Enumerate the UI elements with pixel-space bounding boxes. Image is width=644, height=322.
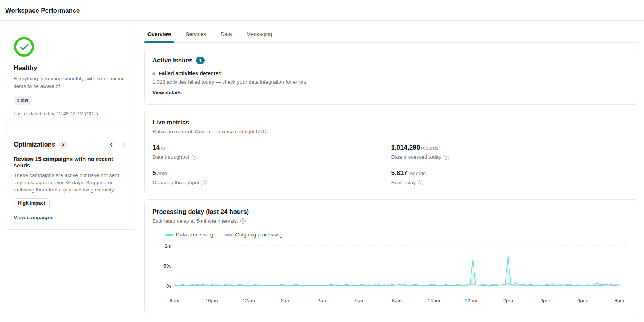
main-content: Overview Services Data Messaging Active … bbox=[144, 28, 638, 314]
metric-unit: records bbox=[421, 145, 438, 151]
svg-text:2m: 2m bbox=[165, 243, 171, 249]
metrics-grid: 14/s Data throughput 1,014,290records Da… bbox=[152, 144, 630, 185]
svg-text:2pm: 2pm bbox=[503, 298, 513, 303]
svg-text:8pm: 8pm bbox=[614, 298, 624, 303]
metric-unit: records bbox=[409, 171, 426, 176]
health-severity-badge: 1 low bbox=[14, 96, 31, 105]
tab-data[interactable]: Data bbox=[221, 28, 232, 42]
chevron-right-icon[interactable] bbox=[121, 141, 127, 148]
legend-item-data-processing[interactable]: Data processing bbox=[165, 232, 213, 238]
metric-value: 5 bbox=[152, 169, 156, 177]
health-status: Healthy bbox=[14, 64, 127, 72]
view-details-link[interactable]: View details bbox=[152, 90, 182, 96]
legend-swatch-cyan-icon bbox=[165, 234, 173, 236]
optimizations-card: Optimizations 3 Review 15 campaigns with… bbox=[6, 132, 135, 230]
page-layout: Healthy Everything is running smoothly, … bbox=[0, 21, 644, 314]
help-icon[interactable] bbox=[240, 218, 246, 224]
chart-legend: Data processing Outgoing processing bbox=[165, 232, 630, 238]
health-description: Everything is running smoothly, with som… bbox=[14, 75, 127, 91]
page-title: Workspace Performance bbox=[5, 7, 638, 14]
help-icon[interactable] bbox=[202, 180, 207, 185]
metric-label: Sent today bbox=[391, 180, 416, 185]
metric-data-processed-today: 1,014,290records Data processed today bbox=[391, 144, 630, 160]
optimization-item-title: Review 15 campaigns with no recent sends bbox=[14, 156, 127, 169]
help-icon[interactable] bbox=[418, 180, 423, 185]
delay-chart: 0s50s2m8pm10pm12am2am4am6am8am10am12pm2p… bbox=[152, 239, 630, 305]
legend-swatch-purple-icon bbox=[225, 234, 232, 236]
legend-item-outgoing-processing[interactable]: Outgoing processing bbox=[225, 232, 283, 238]
health-last-updated: Last updated today, 12:49:02 PM (CDT) bbox=[14, 111, 127, 116]
metric-value: 1,014,290 bbox=[391, 144, 420, 151]
tab-bar: Overview Services Data Messaging bbox=[144, 28, 638, 43]
svg-text:8pm: 8pm bbox=[170, 298, 179, 303]
metric-value: 5,817 bbox=[391, 169, 408, 177]
processing-delay-title: Processing delay (last 24 hours) bbox=[152, 208, 630, 215]
svg-text:6am: 6am bbox=[355, 298, 365, 303]
active-issues-title: Active issues bbox=[152, 57, 192, 64]
health-card: Healthy Everything is running smoothly, … bbox=[6, 28, 135, 125]
metric-value: 14 bbox=[152, 144, 160, 151]
svg-text:12am: 12am bbox=[242, 298, 255, 303]
impact-badge: High impact bbox=[14, 198, 50, 208]
issue-bullet-icon bbox=[152, 72, 155, 75]
metric-label: Outgoing throughput bbox=[152, 180, 199, 185]
sidebar: Healthy Everything is running smoothly, … bbox=[6, 28, 135, 314]
metric-label: Data throughput bbox=[152, 154, 189, 160]
issue-title: Failed activities detected bbox=[159, 70, 222, 77]
svg-text:6pm: 6pm bbox=[577, 298, 587, 303]
help-icon[interactable] bbox=[192, 155, 197, 160]
live-metrics-subtitle: Rates are current. Counts are since midn… bbox=[152, 129, 630, 134]
metric-data-throughput: 14/s Data throughput bbox=[152, 144, 391, 160]
svg-text:12pm: 12pm bbox=[465, 298, 477, 303]
svg-text:50s: 50s bbox=[163, 263, 171, 269]
svg-text:4pm: 4pm bbox=[540, 298, 550, 303]
tab-overview[interactable]: Overview bbox=[147, 28, 171, 42]
active-issues-card: Active issues 1 Failed activities detect… bbox=[144, 48, 638, 105]
metric-unit: /s bbox=[161, 145, 165, 151]
health-check-icon bbox=[14, 37, 34, 59]
issue-description: 1,018 activities failed today — check yo… bbox=[152, 79, 630, 85]
view-campaigns-link[interactable]: View campaigns bbox=[14, 215, 54, 220]
page-header: Workspace Performance bbox=[0, 0, 644, 21]
metric-unit: /min bbox=[157, 171, 167, 176]
tab-messaging[interactable]: Messaging bbox=[247, 28, 272, 42]
metric-label: Data processed today bbox=[391, 154, 441, 160]
help-icon[interactable] bbox=[444, 155, 449, 160]
live-metrics-title: Live metrics bbox=[152, 119, 630, 126]
svg-text:4am: 4am bbox=[318, 298, 327, 303]
svg-text:0s: 0s bbox=[166, 283, 171, 289]
optimization-item-description: These campaigns are active but have not … bbox=[14, 172, 127, 193]
issue-row: Failed activities detected bbox=[152, 70, 630, 77]
live-metrics-card: Live metrics Rates are current. Counts a… bbox=[144, 110, 638, 194]
processing-delay-card: Processing delay (last 24 hours) Estimat… bbox=[144, 199, 638, 314]
tab-services[interactable]: Services bbox=[186, 28, 206, 42]
svg-text:10am: 10am bbox=[428, 298, 441, 303]
svg-text:2am: 2am bbox=[281, 298, 290, 303]
chevron-left-icon[interactable] bbox=[108, 141, 114, 148]
metric-outgoing-throughput: 5/min Outgoing throughput bbox=[152, 169, 391, 185]
svg-text:10pm: 10pm bbox=[205, 298, 218, 303]
metric-sent-today: 5,817records Sent today bbox=[391, 169, 630, 185]
svg-text:8am: 8am bbox=[392, 298, 402, 303]
optimizations-count-badge: 3 bbox=[59, 141, 68, 148]
optimizations-title: Optimizations bbox=[14, 141, 55, 148]
processing-delay-subtitle: Estimated delay at 5-minute intervals. bbox=[152, 218, 238, 224]
active-issues-count-badge: 1 bbox=[196, 57, 205, 64]
